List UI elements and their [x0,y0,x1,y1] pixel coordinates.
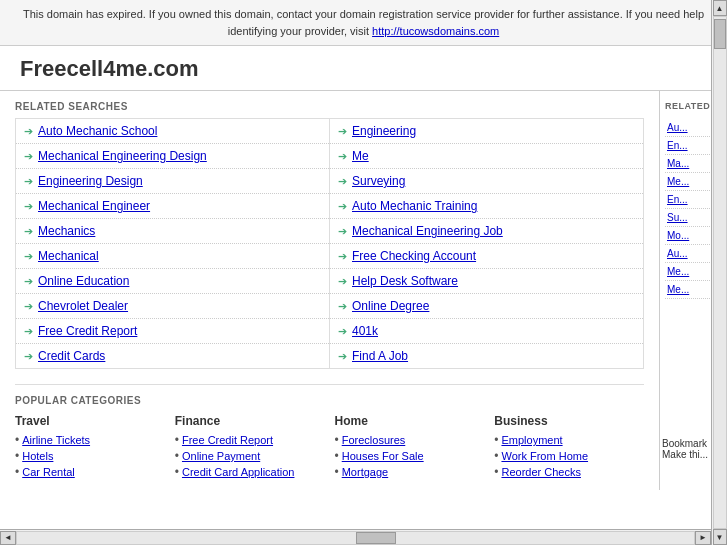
right-column: ➔ Engineering ➔ Me ➔ Surveying ➔ Auto Me… [330,119,643,368]
list-item: Online Payment [175,448,325,464]
list-item: ➔ Me [330,144,643,169]
search-link[interactable]: Online Degree [352,299,429,313]
search-link[interactable]: Free Credit Report [38,324,137,338]
popular-category-business: Business Employment Work From Home Reord… [494,414,644,480]
category-link[interactable]: Work From Home [501,450,588,462]
search-link[interactable]: Auto Mechanic School [38,124,157,138]
arrow-icon: ➔ [24,175,33,188]
list-item: Reorder Checks [494,464,644,480]
banner-text: This domain has expired. If you owned th… [23,8,704,37]
bookmark-area: Bookmark Make thi... [662,438,708,460]
list-item: Airline Tickets [15,432,165,448]
related-searches-grid: ➔ Auto Mechanic School ➔ Mechanical Engi… [15,118,644,369]
popular-grid: Travel Airline Tickets Hotels Car Rental… [15,414,644,480]
list-item: ➔ Online Education [16,269,329,294]
arrow-icon: ➔ [24,350,33,363]
list-item: ➔ Mechanics [16,219,329,244]
arrow-icon: ➔ [24,125,33,138]
search-link[interactable]: Find A Job [352,349,408,363]
category-link[interactable]: Online Payment [182,450,260,462]
category-links: Free Credit Report Online Payment Credit… [175,432,325,480]
list-item: Work From Home [494,448,644,464]
list-item: ➔ Chevrolet Dealer [16,294,329,319]
list-item: ➔ Surveying [330,169,643,194]
search-link[interactable]: Auto Mechanic Training [352,199,477,213]
arrow-icon: ➔ [24,150,33,163]
search-link[interactable]: Mechanical Engineering Job [352,224,503,238]
category-link[interactable]: Car Rental [22,466,75,478]
list-item: ➔ Free Checking Account [330,244,643,269]
search-link[interactable]: Mechanics [38,224,95,238]
category-link[interactable]: Airline Tickets [22,434,90,446]
scroll-up-button[interactable]: ▲ [713,0,727,16]
arrow-icon: ➔ [24,300,33,313]
search-link[interactable]: Mechanical Engineer [38,199,150,213]
list-item: ➔ Online Degree [330,294,643,319]
search-link[interactable]: Free Checking Account [352,249,476,263]
search-link[interactable]: 401k [352,324,378,338]
category-link[interactable]: Credit Card Application [182,466,295,478]
list-item: ➔ Mechanical [16,244,329,269]
popular-category-home: Home Foreclosures Houses For Sale Mortga… [335,414,485,480]
main-content: RELATED SEARCHES ➔ Auto Mechanic School … [0,91,659,490]
arrow-icon: ➔ [338,225,347,238]
list-item: Houses For Sale [335,448,485,464]
search-link[interactable]: Credit Cards [38,349,105,363]
category-link[interactable]: Foreclosures [342,434,406,446]
list-item: Credit Card Application [175,464,325,480]
arrow-icon: ➔ [24,275,33,288]
arrow-icon: ➔ [338,250,347,263]
category-link[interactable]: Mortgage [342,466,388,478]
search-link[interactable]: Online Education [38,274,129,288]
arrow-icon: ➔ [24,250,33,263]
list-item: ➔ Mechanical Engineering Design [16,144,329,169]
vertical-scrollbar[interactable]: ▲ ▼ [711,0,727,490]
popular-category-finance: Finance Free Credit Report Online Paymen… [175,414,325,480]
search-link[interactable]: Help Desk Software [352,274,458,288]
category-title: Finance [175,414,325,428]
category-links: Employment Work From Home Reorder Checks [494,432,644,480]
category-links: Foreclosures Houses For Sale Mortgage [335,432,485,480]
category-title: Business [494,414,644,428]
arrow-icon: ➔ [24,200,33,213]
scroll-track[interactable] [713,16,727,490]
search-link[interactable]: Mechanical Engineering Design [38,149,207,163]
list-item: ➔ Auto Mechanic Training [330,194,643,219]
list-item: ➔ Find A Job [330,344,643,368]
list-item: Free Credit Report [175,432,325,448]
search-link[interactable]: Me [352,149,369,163]
search-link[interactable]: Surveying [352,174,405,188]
category-title: Home [335,414,485,428]
search-link[interactable]: Engineering [352,124,416,138]
search-link[interactable]: Engineering Design [38,174,143,188]
list-item: Foreclosures [335,432,485,448]
search-link[interactable]: Chevrolet Dealer [38,299,128,313]
arrow-icon: ➔ [338,125,347,138]
list-item: ➔ Engineering [330,119,643,144]
arrow-icon: ➔ [338,300,347,313]
search-link[interactable]: Mechanical [38,249,99,263]
list-item: ➔ Mechanical Engineer [16,194,329,219]
category-link[interactable]: Hotels [22,450,53,462]
list-item: ➔ Mechanical Engineering Job [330,219,643,244]
list-item: ➔ Engineering Design [16,169,329,194]
popular-category-travel: Travel Airline Tickets Hotels Car Rental [15,414,165,480]
arrow-icon: ➔ [338,350,347,363]
arrow-icon: ➔ [338,275,347,288]
related-searches-label: RELATED SEARCHES [15,101,644,112]
list-item: ➔ Free Credit Report [16,319,329,344]
left-column: ➔ Auto Mechanic School ➔ Mechanical Engi… [16,119,330,368]
arrow-icon: ➔ [24,225,33,238]
category-link[interactable]: Employment [501,434,562,446]
category-title: Travel [15,414,165,428]
list-item: ➔ Credit Cards [16,344,329,368]
list-item: Mortgage [335,464,485,480]
category-link[interactable]: Houses For Sale [342,450,424,462]
category-link[interactable]: Reorder Checks [501,466,580,478]
scroll-thumb[interactable] [714,19,726,49]
category-link[interactable]: Free Credit Report [182,434,273,446]
arrow-icon: ➔ [338,325,347,338]
banner-link[interactable]: http://tucowsdomains.com [372,25,499,37]
list-item: Employment [494,432,644,448]
bookmark-text: Bookmark [662,438,707,449]
